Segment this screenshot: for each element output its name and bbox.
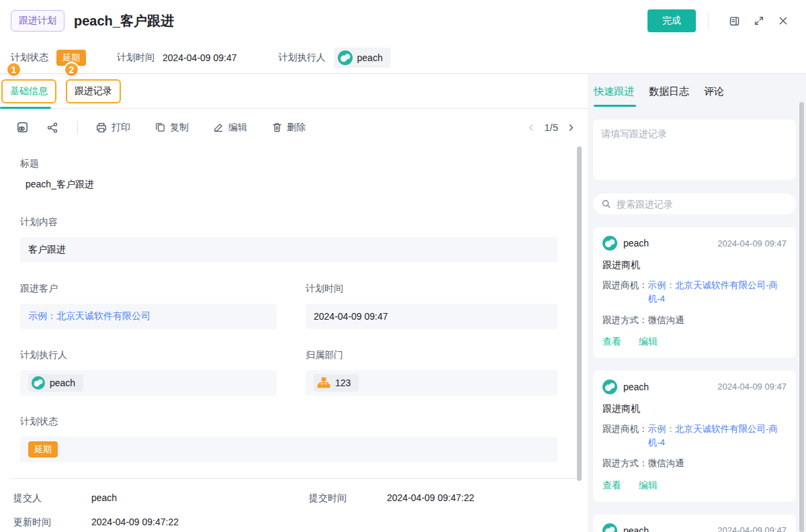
org-chart-icon xyxy=(317,376,330,390)
chevron-left-icon[interactable] xyxy=(527,123,536,132)
field-department-value: 123 xyxy=(306,370,557,396)
tab-comments[interactable]: 评论 xyxy=(704,85,724,98)
annotation-badge-2: 2 xyxy=(64,62,79,77)
delete-button[interactable]: 删除 xyxy=(271,122,306,134)
card-way-value: 微信沟通 xyxy=(648,314,684,327)
follow-note-input[interactable] xyxy=(593,120,796,180)
edit-label: 编辑 xyxy=(228,122,247,134)
card-view-link[interactable]: 查看 xyxy=(602,480,621,492)
card-user: peach xyxy=(623,238,649,249)
side-tabs: 快速跟进 数据日志 评论 xyxy=(593,74,796,109)
field-department-label: 归属部门 xyxy=(306,349,557,361)
finish-button[interactable]: 完成 xyxy=(647,9,696,32)
card-title: 跟进商机 xyxy=(602,259,787,271)
tab-follow-records[interactable]: 跟进记录 xyxy=(66,79,121,103)
avatar xyxy=(338,50,353,65)
field-content-label: 计划内容 xyxy=(20,216,557,228)
plan-time-label: 计划时间 xyxy=(117,52,154,64)
field-status-label: 计划状态 xyxy=(20,416,557,428)
field-customer-label: 跟进客户 xyxy=(20,283,277,295)
field-executor-label: 计划执行人 xyxy=(20,349,277,361)
executor-pill: peach xyxy=(334,48,391,68)
field-title-value: peach_客户跟进 xyxy=(20,179,557,191)
field-plan-time-value: 2024-04-09 09:47 xyxy=(306,304,557,329)
edit-button[interactable]: 编辑 xyxy=(213,122,247,134)
toolbar-divider xyxy=(77,121,78,134)
card-way-label: 跟进方式： xyxy=(602,314,648,327)
side-scrollbar[interactable] xyxy=(799,102,804,532)
print-button[interactable]: 打印 xyxy=(95,122,130,134)
card-biz-link[interactable]: 示例：北京天诚软件有限公司-商机-4 xyxy=(648,279,787,306)
plan-time-value: 2024-04-09 09:47 xyxy=(163,52,237,63)
update-time-value: 2024-04-09 09:47:22 xyxy=(91,517,179,529)
field-executor-value: peach xyxy=(20,370,277,396)
field-content-value: 客户跟进 xyxy=(20,237,557,263)
pager-count: 1/5 xyxy=(544,122,558,133)
follow-record-card: peach 2024-04-09 09:47 跟进商机 跟进商机： 示例：北京天… xyxy=(593,227,796,358)
main-tabs: 基础信息 跟进记录 xyxy=(0,74,588,109)
card-title: 跟进商机 xyxy=(602,403,787,415)
update-time-label: 更新时间 xyxy=(13,517,91,529)
submitter-link[interactable]: peach xyxy=(91,492,117,504)
card-biz-link[interactable]: 示例：北京天诚软件有限公司-商机-4 xyxy=(648,423,787,450)
expand-icon[interactable] xyxy=(748,13,770,29)
card-user: peach xyxy=(623,525,649,532)
customer-link[interactable]: 示例：北京天诚软件有限公司 xyxy=(28,310,150,322)
status-badge: 延期 xyxy=(28,441,58,457)
active-tab-underline xyxy=(0,107,51,109)
toolbar: 打印 复制 编辑 删除 1/5 xyxy=(0,109,588,146)
follow-record-card: peach 2024-04-09 09:47 客户跟进 xyxy=(593,515,796,532)
card-time: 2024-04-09 09:47 xyxy=(717,382,787,392)
card-edit-link[interactable]: 编辑 xyxy=(639,480,658,492)
executor-label: 计划执行人 xyxy=(279,52,326,64)
card-view-link[interactable]: 查看 xyxy=(602,336,621,348)
submit-time-label: 提交时间 xyxy=(309,492,387,504)
chevron-right-icon[interactable] xyxy=(566,123,576,132)
card-biz-label: 跟进商机： xyxy=(602,423,648,450)
header: 跟进计划 peach_客户跟进 完成 xyxy=(0,0,806,42)
field-title-label: 标题 xyxy=(20,158,557,170)
submit-time-value: 2024-04-09 09:47:22 xyxy=(387,492,474,504)
executor-chip-name: peach xyxy=(50,378,75,388)
status-bar: 计划状态 延期 计划时间 2024-04-09 09:47 计划执行人 peac… xyxy=(0,42,806,74)
card-user: peach xyxy=(623,382,649,392)
preview-icon[interactable] xyxy=(16,121,29,134)
card-way-label: 跟进方式： xyxy=(602,457,648,470)
record-pager: 1/5 xyxy=(527,122,576,133)
close-icon[interactable] xyxy=(772,13,794,29)
side-panel-icon[interactable] xyxy=(723,13,746,30)
follow-record-card: peach 2024-04-09 09:47 跟进商机 跟进商机： 示例：北京天… xyxy=(593,371,796,502)
card-biz-label: 跟进商机： xyxy=(602,279,648,306)
tab-data-log[interactable]: 数据日志 xyxy=(649,85,689,98)
field-customer-value: 示例：北京天诚软件有限公司 xyxy=(20,304,277,329)
annotation-badge-1: 1 xyxy=(6,62,21,77)
side-panel: 快速跟进 数据日志 评论 peach 2024-04-09 09:47 跟进商机 xyxy=(588,74,806,532)
tab-quick-follow[interactable]: 快速跟进 xyxy=(594,85,634,98)
search-box xyxy=(593,193,796,214)
delete-label: 删除 xyxy=(287,122,306,134)
record-meta-footer: 提交人 peach 提交时间 2024-04-09 09:47:22 更新时间 … xyxy=(11,478,577,529)
copy-button[interactable]: 复制 xyxy=(154,122,189,134)
department-name: 123 xyxy=(335,378,351,388)
main-scrollbar[interactable] xyxy=(577,146,582,481)
card-edit-link[interactable]: 编辑 xyxy=(639,336,658,348)
side-active-tab-underline xyxy=(594,105,636,107)
avatar xyxy=(602,236,617,251)
submitter-label: 提交人 xyxy=(13,492,91,504)
department-chip: 123 xyxy=(314,374,359,392)
card-way-value: 微信沟通 xyxy=(648,457,684,470)
search-input[interactable] xyxy=(617,199,788,210)
main-panel: 基础信息 跟进记录 打印 复制 编辑 xyxy=(0,74,588,532)
print-label: 打印 xyxy=(111,122,130,134)
avatar xyxy=(602,523,617,532)
copy-label: 复制 xyxy=(170,122,189,134)
header-divider xyxy=(708,12,709,30)
executor-name: peach xyxy=(357,52,383,63)
card-time: 2024-04-09 09:47 xyxy=(717,525,787,532)
follow-note-box xyxy=(593,120,796,180)
avatar xyxy=(32,376,45,390)
page-title: peach_客户跟进 xyxy=(74,12,174,30)
tab-basic-info[interactable]: 基础信息 xyxy=(1,79,56,103)
record-type-badge: 跟进计划 xyxy=(11,10,64,32)
share-icon[interactable] xyxy=(46,122,58,134)
